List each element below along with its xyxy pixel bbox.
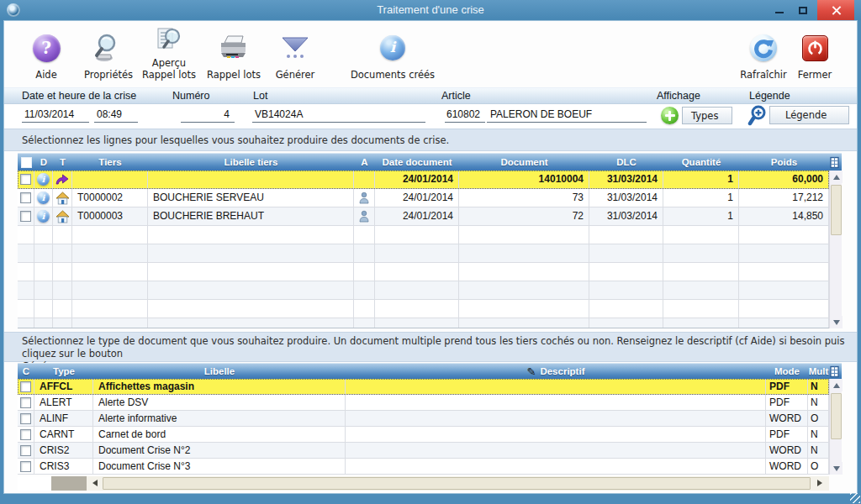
descriptif-cell[interactable] [346,411,766,427]
row-checkbox[interactable] [20,429,31,440]
zoom-in-icon[interactable] [747,104,770,130]
toolbar-button-documents-crees[interactable]: i Documents créés [344,27,441,81]
grid1-header-poids[interactable]: Poids [739,154,829,171]
toolbar-button-aide[interactable]: ? Aide [18,27,75,81]
grid1-empty-row [18,263,829,281]
column-chooser-icon[interactable] [830,156,841,171]
scrollbar-thumb[interactable] [831,393,842,439]
maximize-icon [799,7,807,14]
grid2-row-alinf[interactable]: ALINF Alerte informative WORD O [18,411,829,427]
close-button[interactable] [817,0,854,20]
grid1-header-date-document[interactable]: Date document [375,154,459,171]
toolbar-label: Fermer [798,69,832,81]
grid2-header-mode[interactable]: Mode [766,364,808,379]
maximize-button[interactable] [792,0,814,20]
toolbar-label: Rafraîchir [740,69,786,81]
scroll-down-button[interactable] [830,462,843,475]
article-name-input[interactable]: PALERON DE BOEUF [487,107,647,123]
row-checkbox[interactable] [20,211,31,222]
label-article: Article [441,90,471,102]
plus-icon[interactable] [661,107,679,124]
toolbar-button-generer[interactable]: Générer [267,27,324,81]
grid2-vertical-scrollbar[interactable] [829,379,842,475]
descriptif-cell[interactable] [346,395,766,411]
grid1-row-crisis[interactable]: i 24/01/2014 14010004 31/03/2014 1 60,00… [18,171,829,189]
crisis-date-input[interactable]: 11/03/2014 [22,107,89,123]
toolbar-button-proprietes[interactable]: Propriétés [75,27,142,81]
descriptif-cell[interactable] [346,459,766,475]
printer-icon [201,27,267,69]
home-icon [53,207,72,226]
funnel-icon [267,27,324,69]
toolbar-button-fermer[interactable]: Fermer [793,27,837,81]
grid1-header-a[interactable]: A [354,154,375,171]
grid1-body: i 24/01/2014 14010004 31/03/2014 1 60,00… [18,171,829,328]
label-legende: Légende [749,90,790,102]
toolbar-button-rappel-lots[interactable]: Rappel lots [201,27,267,81]
crisis-arrow-icon [53,171,72,189]
grid2-header-mult[interactable]: Mult [808,364,829,379]
grid1-header-d[interactable]: D [34,154,53,171]
column-chooser-icon[interactable] [830,365,841,380]
grid2-row-affcl[interactable]: AFFCL Affichettes magasin PDF N [18,379,829,395]
toolbar-label: Propriétés [84,69,133,81]
grid1-header-document[interactable]: Document [459,154,589,171]
descriptif-cell[interactable] [346,379,766,395]
row-checkbox[interactable] [20,397,31,408]
grid2-header[interactable]: C Type Libelle ✎ Descriptif Mode Mult [18,363,842,379]
label-numero: Numéro [172,90,209,102]
toolbar-button-rafraichir[interactable]: Rafraîchir [726,27,801,81]
grid1-header-t[interactable]: T [53,154,72,171]
row-checkbox[interactable] [20,192,31,203]
descriptif-cell[interactable] [346,443,766,459]
grid1-header-dlc[interactable]: DLC [589,154,663,171]
descriptif-cell[interactable] [346,427,766,443]
scroll-up-button[interactable] [830,379,843,391]
grid2-header-c[interactable]: C [18,364,34,379]
grid1-header-tiers[interactable]: Tiers [72,154,148,171]
grid2-header-libelle[interactable]: Libelle [93,364,346,379]
grid1-row-brehaut[interactable]: i T0000003 BOUCHERIE BREHAUT 24/01/2014 … [18,207,829,226]
types-button[interactable]: Types [682,107,732,124]
crisis-time-input[interactable]: 08:49 [94,107,138,123]
grid2-header-type[interactable]: Type [34,364,93,379]
grid1-vertical-scrollbar[interactable] [829,171,842,328]
row-checkbox[interactable] [20,461,31,472]
documents-info-icon: i [344,27,441,69]
grid1-header[interactable]: D T Tiers Libelle tiers A Date document … [18,153,842,171]
pencil-icon: ✎ [527,365,536,378]
legende-button[interactable]: Légende [769,106,849,124]
grid1-header-quantite[interactable]: Quantité [663,154,739,171]
row-checkbox[interactable] [20,174,31,185]
scroll-down-button[interactable] [830,316,843,328]
grid2-row-carnt[interactable]: CARNT Carnet de bord PDF N [18,427,829,443]
row-checkbox[interactable] [20,381,31,392]
article-code-input[interactable]: 610802 [445,107,485,123]
title-bar: Traitement d'une crise [0,0,861,20]
toolbar-button-apercu-rappel-lots[interactable]: Aperçu Rappel lots [137,27,201,81]
select-all-checkbox[interactable] [21,157,32,168]
form-label-band: Date et heure de la crise Numéro Lot Art… [4,87,857,104]
lot-input[interactable]: VB14024A [252,107,425,123]
numero-input[interactable]: 4 [181,107,235,123]
grid2-row-cris3[interactable]: CRIS3 Document Crise N°3 WORD O [18,459,829,475]
scroll-left-button[interactable] [88,476,101,489]
grid2-row-cris2[interactable]: CRIS2 Document Crise N°2 WORD N [18,443,829,459]
minimize-button[interactable] [769,0,790,20]
grid2-body: AFFCL Affichettes magasin PDF N ALERT Al… [18,379,829,475]
resize-grip[interactable] [850,493,860,503]
grid2-horizontal-scrollbar[interactable] [18,476,829,491]
grid2-header-descriptif[interactable]: ✎ Descriptif [346,364,766,379]
scrollbar-thumb[interactable] [103,477,811,490]
scroll-right-button[interactable] [813,476,826,489]
row-checkbox[interactable] [20,445,31,456]
grid1-header-select-all[interactable] [18,154,34,171]
grid1-empty-row [18,244,829,263]
grid1-row-serveau[interactable]: i T0000002 BOUCHERIE SERVEAU 24/01/2014 … [18,189,829,207]
scroll-up-button[interactable] [830,171,843,183]
row-checkbox[interactable] [20,413,31,424]
scrollbar-thumb[interactable] [831,185,842,235]
toolbar-label: Documents créés [351,69,435,81]
grid2-row-alert[interactable]: ALERT Alerte DSV PDF N [18,395,829,411]
grid1-header-libelle-tiers[interactable]: Libelle tiers [148,154,354,171]
